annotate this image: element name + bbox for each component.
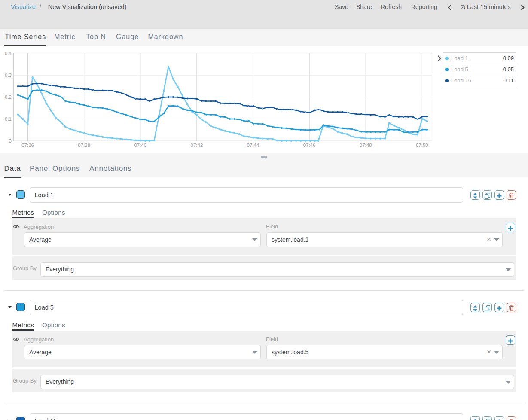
svg-text:07:40: 07:40 — [134, 143, 146, 148]
svg-text:0.4: 0.4 — [5, 51, 12, 56]
svg-text:07:36: 07:36 — [21, 143, 34, 148]
svg-text:07:44: 07:44 — [247, 143, 259, 148]
svg-text:0.2: 0.2 — [5, 94, 12, 100]
svg-text:07:48: 07:48 — [360, 143, 372, 148]
svg-text:0.3: 0.3 — [5, 73, 12, 78]
svg-text:0: 0 — [9, 138, 12, 143]
svg-text:07:42: 07:42 — [191, 143, 203, 148]
svg-text:07:50: 07:50 — [416, 143, 428, 148]
svg-text:0.1: 0.1 — [5, 116, 12, 122]
svg-text:07:38: 07:38 — [78, 143, 90, 148]
svg-text:07:46: 07:46 — [303, 143, 316, 148]
